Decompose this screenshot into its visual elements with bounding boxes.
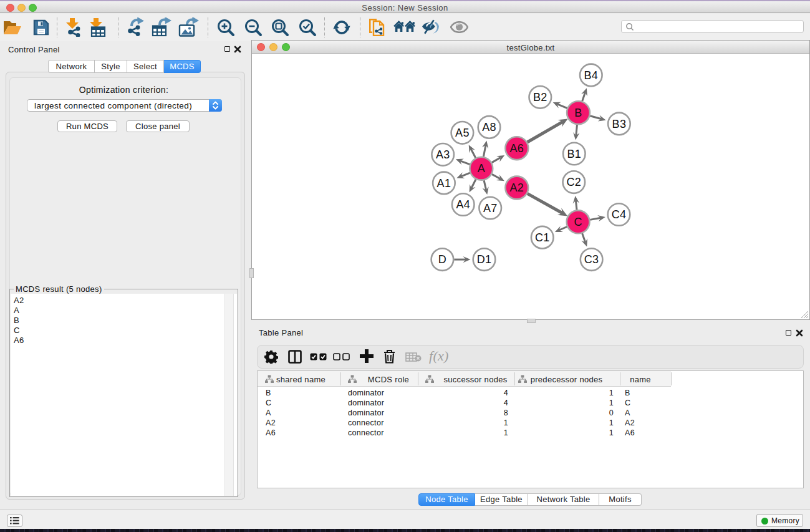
svg-text:C2: C2: [566, 176, 581, 188]
svg-text:D: D: [438, 253, 446, 266]
svg-text:A2: A2: [509, 181, 524, 194]
svg-text:A4: A4: [456, 198, 470, 211]
svg-text:C: C: [574, 216, 582, 228]
svg-text:C3: C3: [584, 253, 599, 266]
svg-text:D1: D1: [477, 253, 492, 266]
svg-text:A7: A7: [483, 202, 498, 215]
svg-text:A: A: [478, 162, 485, 175]
svg-text:A1: A1: [437, 177, 451, 190]
svg-text:A8: A8: [482, 121, 496, 133]
svg-text:B1: B1: [567, 148, 581, 160]
svg-text:A6: A6: [509, 142, 524, 155]
svg-text:A5: A5: [455, 127, 470, 139]
svg-text:B4: B4: [584, 69, 598, 82]
svg-text:C1: C1: [535, 231, 550, 244]
svg-text:A3: A3: [436, 148, 450, 161]
svg-text:B2: B2: [533, 91, 547, 104]
svg-text:C4: C4: [612, 208, 627, 221]
svg-text:B: B: [574, 107, 582, 119]
svg-text:B3: B3: [612, 118, 627, 130]
